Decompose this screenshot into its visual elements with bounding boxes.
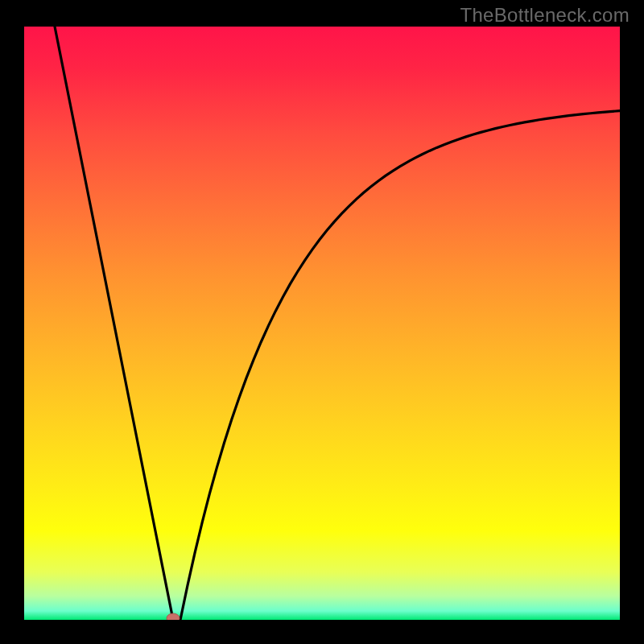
chart-svg (24, 27, 620, 620)
watermark-text: TheBottleneck.com (460, 4, 630, 27)
chart-plot-area (24, 27, 620, 620)
operating-point-marker (167, 613, 180, 620)
